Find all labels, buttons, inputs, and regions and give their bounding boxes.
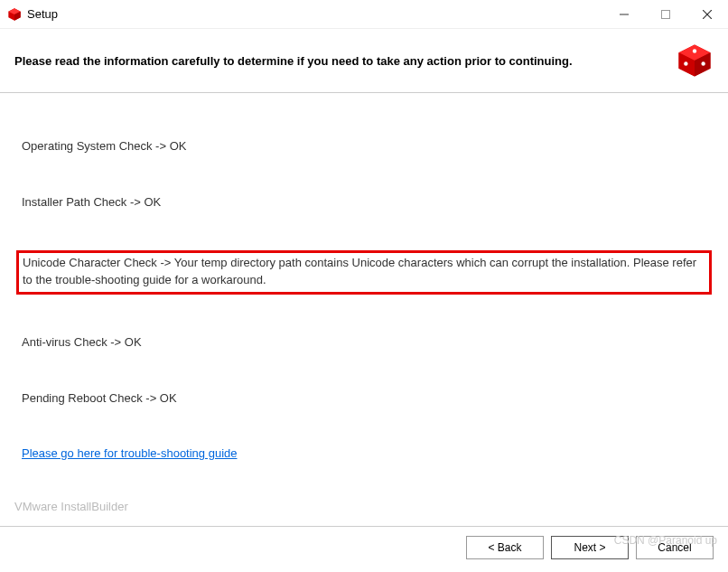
window-controls (603, 0, 728, 29)
svg-point-12 (684, 61, 687, 65)
brand-logo-icon (676, 42, 714, 80)
svg-point-11 (693, 49, 696, 52)
window-titlebar: Setup (0, 0, 728, 29)
next-button[interactable]: Next > (551, 536, 629, 559)
minimize-button[interactable] (603, 0, 645, 29)
troubleshoot-link[interactable]: Please go here for trouble-shooting guid… (22, 446, 238, 460)
footer-separator (0, 526, 728, 527)
wizard-footer: VMware InstallBuilder < Back Next > Canc… (0, 491, 728, 572)
installer-path-check-result: Installer Path Check -> OK (22, 194, 706, 211)
window-title: Setup (27, 7, 603, 21)
header-instruction: Please read the information carefully to… (14, 54, 676, 68)
close-button[interactable] (686, 0, 728, 29)
maximize-button[interactable] (645, 0, 686, 29)
app-icon (7, 7, 22, 22)
svg-rect-4 (662, 10, 670, 18)
cancel-button[interactable]: Cancel (636, 536, 714, 559)
wizard-buttons: < Back Next > Cancel (14, 536, 714, 559)
wizard-header: Please read the information carefully to… (0, 29, 728, 93)
os-check-result: Operating System Check -> OK (22, 138, 706, 155)
unicode-check-result: Unicode Character Check -> Your temp dir… (16, 250, 712, 294)
svg-point-13 (701, 61, 705, 65)
antivirus-check-result: Anti-virus Check -> OK (22, 334, 706, 351)
installer-brand: VMware InstallBuilder (14, 500, 714, 513)
wizard-content: Operating System Check -> OK Installer P… (0, 93, 728, 478)
reboot-check-result: Pending Reboot Check -> OK (22, 390, 706, 407)
back-button[interactable]: < Back (466, 536, 544, 559)
